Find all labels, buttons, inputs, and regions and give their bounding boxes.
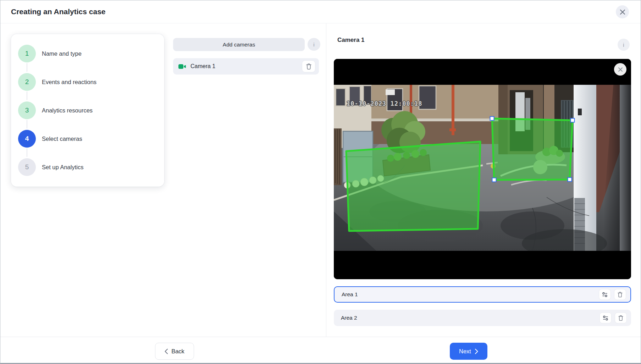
camera-list-item[interactable]: Camera 1 [173, 58, 319, 75]
video-camera-icon [178, 64, 186, 69]
trash-icon [618, 315, 623, 321]
zone-resize-handle[interactable] [492, 178, 496, 182]
next-button[interactable]: Next [450, 343, 487, 360]
zone-polygon-area-1[interactable] [492, 118, 573, 180]
trash-icon [618, 292, 623, 297]
delete-camera-button[interactable] [302, 60, 315, 72]
trash-icon [306, 64, 311, 70]
stepper-step-events-and-reactions[interactable]: 2 Events and reactions [11, 68, 164, 96]
video-timestamp: 10-10-2023 12:00:18 [347, 100, 422, 107]
stepper-step-select-cameras[interactable]: 4 Select cameras [11, 125, 164, 153]
step-indicator: 2 [18, 73, 36, 91]
zone-resize-handle[interactable] [490, 117, 494, 121]
area-label: Area 1 [342, 291, 358, 298]
area-delete-button[interactable] [614, 289, 626, 300]
step-label: Analytics resources [42, 107, 93, 114]
panel-divider [326, 23, 326, 337]
area-delete-button[interactable] [615, 313, 627, 324]
step-label: Set up Analytics [42, 164, 83, 171]
step-indicator: 3 [18, 101, 36, 119]
step-indicator: 1 [18, 45, 36, 62]
add-cameras-button[interactable]: Add cameras [173, 38, 305, 51]
step-indicator: 4 [18, 130, 36, 148]
close-icon [620, 9, 625, 15]
step-label: Name and type [42, 50, 82, 57]
footer-divider [0, 337, 641, 337]
preview-camera-title: Camera 1 [337, 37, 365, 44]
close-icon [618, 67, 623, 72]
zone-resize-handle[interactable] [568, 178, 572, 182]
step-indicator: 5 [18, 158, 36, 176]
camera-preview-frame: 10-10-2023 12:00:18 [334, 59, 631, 279]
chevron-right-icon [475, 349, 478, 354]
zone-resize-handle[interactable] [571, 118, 575, 122]
wizard-stepper: 1 Name and type 2 Events and reactions 3… [11, 34, 164, 187]
sliders-icon [602, 292, 608, 297]
back-button[interactable]: Back [155, 343, 194, 360]
stepper-step-set-up-analytics[interactable]: 5 Set up Analytics [11, 153, 164, 181]
header-divider [0, 23, 641, 23]
step-label: Events and reactions [42, 79, 96, 86]
next-button-label: Next [459, 348, 471, 355]
camera-video-still: 10-10-2023 12:00:18 [334, 59, 631, 279]
chevron-left-icon [165, 349, 168, 354]
info-icon[interactable]: i [308, 38, 320, 51]
info-icon[interactable]: i [618, 39, 630, 51]
area-settings-button[interactable] [599, 289, 611, 300]
page-title: Creating an Analytics case [11, 0, 106, 23]
area-settings-button[interactable] [599, 313, 612, 324]
analytics-case-modal: Creating an Analytics case 1 Name and ty… [0, 0, 641, 364]
preview-close-button[interactable] [614, 63, 626, 76]
area-list-item-2[interactable]: Area 2 [334, 310, 631, 326]
camera-name: Camera 1 [190, 63, 215, 70]
zone-polygon-area-2[interactable] [346, 142, 480, 231]
stepper-step-analytics-resources[interactable]: 3 Analytics resources [11, 96, 164, 125]
stepper-step-name-and-type[interactable]: 1 Name and type [11, 39, 164, 68]
close-button[interactable] [616, 5, 629, 18]
back-button-label: Back [171, 348, 184, 355]
sliders-icon [603, 315, 608, 321]
step-label: Select cameras [42, 136, 82, 142]
area-list-item-1[interactable]: Area 1 [334, 286, 631, 303]
area-label: Area 2 [341, 315, 357, 321]
